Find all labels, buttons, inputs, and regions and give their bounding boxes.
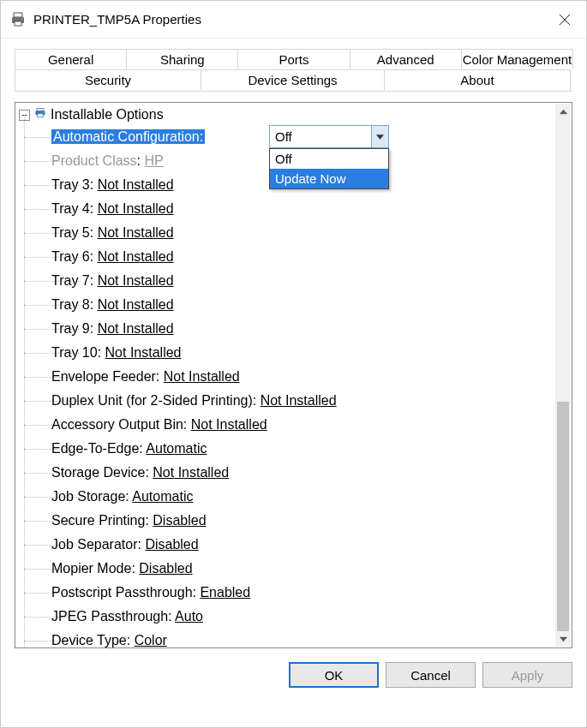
tree-item[interactable]: Envelope Feeder: Not Installed <box>15 365 555 389</box>
scroll-up-icon[interactable] <box>555 104 571 119</box>
apply-button: Apply <box>482 662 572 688</box>
settings-tree: − Installable Options Automatic Configur… <box>15 103 555 647</box>
tree-root-label: Installable Options <box>51 107 164 122</box>
device-settings-panel: − Installable Options Automatic Configur… <box>15 102 572 648</box>
tree-item[interactable]: Tray 4: Not Installed <box>15 197 555 221</box>
setting-value[interactable]: HP <box>144 153 163 168</box>
svg-rect-6 <box>37 108 44 110</box>
setting-label: Accessory Output Bin <box>51 417 183 432</box>
tree-item[interactable]: Edge-To-Edge: Automatic <box>15 437 555 461</box>
setting-label: Envelope Feeder <box>51 369 156 384</box>
chevron-down-icon[interactable] <box>371 126 388 147</box>
titlebar: PRINTER_TMP5A Properties <box>1 1 586 39</box>
vertical-scrollbar[interactable] <box>555 104 571 647</box>
svg-point-9 <box>43 111 45 113</box>
setting-label: Mopier Mode <box>51 561 131 576</box>
automatic-configuration-dropdown[interactable]: Off <box>269 125 389 148</box>
setting-value[interactable]: Not Installed <box>98 201 174 216</box>
tree-item[interactable]: Tray 6: Not Installed <box>15 245 555 269</box>
setting-value[interactable]: Disabled <box>145 537 198 552</box>
setting-label: Tray 6 <box>51 249 90 264</box>
tree-item[interactable]: Tray 7: Not Installed <box>15 269 555 293</box>
tab-advanced[interactable]: Advanced <box>350 49 462 69</box>
setting-label: Product Class <box>51 153 137 168</box>
tree-item[interactable]: JPEG Passthrough: Auto <box>15 605 555 629</box>
tab-sharing[interactable]: Sharing <box>126 49 238 69</box>
setting-value[interactable]: Not Installed <box>164 369 240 384</box>
setting-label: Tray 10 <box>51 345 98 360</box>
setting-label: Secure Printing <box>51 513 145 528</box>
scroll-down-icon[interactable] <box>555 631 571 647</box>
tab-about[interactable]: About <box>384 69 571 91</box>
setting-label: Tray 8 <box>51 297 90 312</box>
svg-rect-2 <box>15 21 21 26</box>
setting-label: Job Separator <box>51 537 138 552</box>
dropdown-value: Off <box>270 129 371 144</box>
setting-value[interactable]: Enabled <box>200 585 250 600</box>
setting-label: Tray 9 <box>51 321 90 336</box>
setting-value[interactable]: Not Installed <box>105 345 182 360</box>
setting-label: Tray 7 <box>51 273 90 288</box>
setting-value[interactable]: Not Installed <box>261 393 337 408</box>
tree-item[interactable]: Job Storage: Automatic <box>15 485 555 509</box>
tree-item[interactable]: Tray 5: Not Installed <box>15 221 555 245</box>
setting-label: Tray 4 <box>51 201 90 216</box>
setting-value[interactable]: Automatic <box>146 441 207 456</box>
setting-value[interactable]: Auto <box>175 609 203 624</box>
setting-value[interactable]: Color <box>135 633 167 647</box>
window-title: PRINTER_TMP5A Properties <box>33 12 545 27</box>
setting-value[interactable]: Not Installed <box>191 417 267 432</box>
setting-label: Postscript Passthrough <box>51 585 193 600</box>
tree-item[interactable]: Mopier Mode: Disabled <box>15 557 555 581</box>
svg-point-3 <box>21 18 23 20</box>
setting-label: Storage Device <box>51 465 145 480</box>
setting-value[interactable]: Not Installed <box>98 321 174 336</box>
cancel-button[interactable]: Cancel <box>386 662 476 688</box>
scrollbar-thumb[interactable] <box>557 402 569 631</box>
printer-icon <box>33 106 47 123</box>
setting-value[interactable]: Not Installed <box>153 465 229 480</box>
setting-value[interactable]: Not Installed <box>98 249 174 264</box>
tree-item[interactable]: Postscript Passthrough: Enabled <box>15 581 555 605</box>
tab-security[interactable]: Security <box>15 69 201 91</box>
tab-device-settings[interactable]: Device Settings <box>201 69 385 91</box>
setting-value[interactable]: Automatic <box>132 489 193 504</box>
dropdown-option[interactable]: Off <box>270 149 388 169</box>
tree-item[interactable]: Job Separator: Disabled <box>15 533 555 557</box>
tab-general[interactable]: General <box>15 49 127 69</box>
tab-ports[interactable]: Ports <box>237 49 350 69</box>
tree-item[interactable]: Tray 9: Not Installed <box>15 317 555 341</box>
tree-item[interactable]: Device Type: Color <box>15 629 555 647</box>
setting-value[interactable]: Disabled <box>139 561 192 576</box>
setting-label: Tray 5 <box>51 225 90 240</box>
setting-label: JPEG Passthrough <box>51 609 168 624</box>
ok-button[interactable]: OK <box>289 662 379 688</box>
tree-item[interactable]: Storage Device: Not Installed <box>15 461 555 485</box>
setting-value[interactable]: Not Installed <box>98 177 174 192</box>
tab-color-management[interactable]: Color Management <box>461 49 573 69</box>
tabs: GeneralSharingPortsAdvancedColor Managem… <box>1 39 586 92</box>
dialog-buttons: OK Cancel Apply <box>1 653 586 700</box>
setting-label: Edge-To-Edge <box>51 441 139 456</box>
tree-item[interactable]: Accessory Output Bin: Not Installed <box>15 413 555 437</box>
printer-icon <box>9 11 27 28</box>
setting-label: Device Type <box>51 633 127 647</box>
selected-setting-label: Automatic Configuration: <box>51 129 205 144</box>
setting-label: Duplex Unit (for 2-Sided Printing) <box>51 393 253 408</box>
setting-value[interactable]: Not Installed <box>98 273 174 288</box>
setting-value[interactable]: Not Installed <box>98 297 174 312</box>
tree-item[interactable]: Tray 8: Not Installed <box>15 293 555 317</box>
tree-item[interactable]: Tray 10: Not Installed <box>15 341 555 365</box>
tree-item[interactable]: Duplex Unit (for 2-Sided Printing): Not … <box>15 389 555 413</box>
svg-rect-0 <box>14 13 22 17</box>
close-button[interactable] <box>545 1 584 38</box>
setting-value[interactable]: Disabled <box>153 513 206 528</box>
svg-rect-8 <box>38 114 43 117</box>
tree-root[interactable]: − Installable Options <box>15 104 555 125</box>
setting-label: Job Storage <box>51 489 125 504</box>
setting-value[interactable]: Not Installed <box>98 225 174 240</box>
setting-label: Tray 3 <box>51 177 90 192</box>
dropdown-option[interactable]: Update Now <box>270 169 388 188</box>
tree-item-automatic-configuration[interactable]: Automatic Configuration: Off OffUpdate N… <box>15 125 555 149</box>
tree-item[interactable]: Secure Printing: Disabled <box>15 509 555 533</box>
